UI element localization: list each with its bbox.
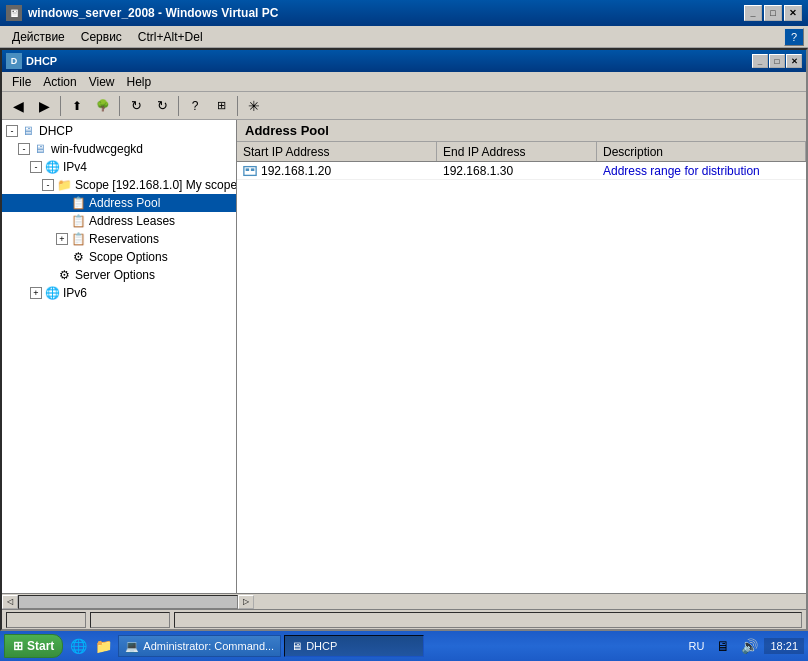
expand-ipv6[interactable]: + (30, 287, 42, 299)
tree-item-dhcp[interactable]: - 🖥 DHCP (2, 122, 236, 140)
show-hide-tree-btn[interactable]: 🌳 (91, 95, 115, 117)
ipv4-tree-icon: 🌐 (44, 159, 60, 175)
tree-item-address-leases[interactable]: 📋 Address Leases (2, 212, 236, 230)
table-row[interactable]: 192.168.1.20 192.168.1.30 Address range … (237, 162, 806, 180)
inner-win-buttons: _ □ ✕ (752, 54, 802, 68)
forward-btn[interactable]: ▶ (32, 95, 56, 117)
list-header: Start IP Address End IP Address Descript… (237, 142, 806, 162)
status-section-3 (174, 612, 802, 628)
expand-dhcp[interactable]: - (6, 125, 18, 137)
inner-minimize-btn[interactable]: _ (752, 54, 768, 68)
scope-tree-icon: 📁 (56, 177, 72, 193)
tree-item-server-options[interactable]: ⚙ Server Options (2, 266, 236, 284)
tree-item-ipv4[interactable]: - 🌐 IPv4 (2, 158, 236, 176)
ipv6-tree-icon: 🌐 (44, 285, 60, 301)
tree-item-address-pool[interactable]: 📋 Address Pool (2, 194, 236, 212)
hscroll-bar: ◁ ▷ (2, 593, 806, 609)
taskbar-ie-icon[interactable]: 🌐 (67, 635, 89, 657)
file-menu[interactable]: File (6, 74, 37, 90)
expand-ipv4[interactable]: - (30, 161, 42, 173)
toolbar-sep-3 (178, 96, 179, 116)
cell-description: Address range for distribution (597, 163, 806, 179)
toolbar-sep-4 (237, 96, 238, 116)
back-btn[interactable]: ◀ (6, 95, 30, 117)
outer-maximize-btn[interactable]: □ (764, 5, 782, 21)
dhcp-icon: D (6, 53, 22, 69)
inner-window: D DHCP _ □ ✕ File Action View Help ◀ ▶ ⬆… (0, 48, 808, 631)
reservations-tree-label: Reservations (89, 232, 159, 246)
row-icon (243, 164, 257, 178)
outer-window-icon: 🖥 (6, 5, 22, 21)
dhcp-tree-icon: 🖥 (20, 123, 36, 139)
pool-tree-label: Address Pool (89, 196, 160, 210)
tree-panel: - 🖥 DHCP - 🖥 win-fvudwcgegkd - 🌐 IPv4 (2, 120, 237, 593)
tree-item-server[interactable]: - 🖥 win-fvudwcgegkd (2, 140, 236, 158)
dhcp-task-label: DHCP (306, 640, 337, 652)
dhcp-task-icon: 🖥 (291, 640, 302, 652)
outer-win-buttons: _ □ ✕ (744, 5, 802, 21)
ipv4-tree-label: IPv4 (63, 160, 87, 174)
cell-end-ip: 192.168.1.30 (437, 163, 597, 179)
statusbar (2, 609, 806, 629)
expand-scope[interactable]: - (42, 179, 54, 191)
taskbar-folder-icon[interactable]: 📁 (92, 635, 114, 657)
scope-options-tree-icon: ⚙ (70, 249, 86, 265)
inner-window-title: DHCP (26, 55, 752, 67)
toolbar: ◀ ▶ ⬆ 🌳 ↻ ↻ ? ⊞ ✳ (2, 92, 806, 120)
svg-rect-2 (251, 168, 255, 171)
hscroll-right-btn[interactable]: ▷ (238, 595, 254, 609)
outer-service-menu[interactable]: Сервис (73, 28, 130, 46)
taskbar-task-dhcp[interactable]: 🖥 DHCP (284, 635, 424, 657)
inner-maximize-btn[interactable]: □ (769, 54, 785, 68)
tray-volume-icon[interactable]: 🔊 (738, 635, 760, 657)
leases-tree-label: Address Leases (89, 214, 175, 228)
toolbar-sep-1 (60, 96, 61, 116)
start-icon: ⊞ (13, 639, 23, 653)
content-panel: Address Pool Start IP Address End IP Add… (237, 120, 806, 593)
outer-titlebar: 🖥 windows_server_2008 - Windows Virtual … (0, 0, 808, 26)
start-button[interactable]: ⊞ Start (4, 634, 63, 658)
scope-options-tree-label: Scope Options (89, 250, 168, 264)
cmd-task-icon: 💻 (125, 640, 139, 653)
list-view: Start IP Address End IP Address Descript… (237, 142, 806, 593)
export-list-btn[interactable]: ↻ (150, 95, 174, 117)
outer-help-btn[interactable]: ? (784, 28, 804, 46)
action-menu[interactable]: Action (37, 74, 82, 90)
view-menu[interactable]: View (83, 74, 121, 90)
taskbar-task-cmd[interactable]: 💻 Administrator: Command... (118, 635, 281, 657)
tray-network-icon[interactable]: 🖥 (712, 635, 734, 657)
tree-item-scope[interactable]: - 📁 Scope [192.168.1.0] My scope (2, 176, 236, 194)
tree-item-scope-options[interactable]: ⚙ Scope Options (2, 248, 236, 266)
tree-item-ipv6[interactable]: + 🌐 IPv6 (2, 284, 236, 302)
col-header-start-ip[interactable]: Start IP Address (237, 142, 437, 161)
hscroll-track[interactable] (18, 595, 238, 609)
help-menu[interactable]: Help (121, 74, 158, 90)
inner-titlebar: D DHCP _ □ ✕ (2, 50, 806, 72)
main-content: - 🖥 DHCP - 🖥 win-fvudwcgegkd - 🌐 IPv4 (2, 120, 806, 593)
pool-tree-icon: 📋 (70, 195, 86, 211)
expand-server[interactable]: - (18, 143, 30, 155)
tray-lang: RU (685, 640, 709, 652)
toolbar-sep-2 (119, 96, 120, 116)
tree-item-reservations[interactable]: + 📋 Reservations (2, 230, 236, 248)
outer-action-menu[interactable]: Действие (4, 28, 73, 46)
up-btn[interactable]: ⬆ (65, 95, 89, 117)
expand-reservations[interactable]: + (56, 233, 68, 245)
new-window-btn[interactable]: ✳ (242, 95, 266, 117)
hscroll-left-btn[interactable]: ◁ (2, 595, 18, 609)
col-header-end-ip[interactable]: End IP Address (437, 142, 597, 161)
refresh-btn[interactable]: ↻ (124, 95, 148, 117)
ctrl-alt-del-btn[interactable]: Ctrl+Alt+Del (130, 28, 211, 46)
outer-close-btn[interactable]: ✕ (784, 5, 802, 21)
ipv6-tree-label: IPv6 (63, 286, 87, 300)
view-options-btn[interactable]: ⊞ (209, 95, 233, 117)
status-section-1 (6, 612, 86, 628)
taskbar: ⊞ Start 🌐 📁 💻 Administrator: Command... … (0, 631, 808, 661)
cell-start-ip: 192.168.1.20 (237, 163, 437, 179)
col-header-description[interactable]: Description (597, 142, 806, 161)
inner-close-btn[interactable]: ✕ (786, 54, 802, 68)
outer-minimize-btn[interactable]: _ (744, 5, 762, 21)
server-options-tree-icon: ⚙ (56, 267, 72, 283)
taskbar-quick-launch: 🌐 📁 (67, 635, 114, 657)
help-toolbar-btn[interactable]: ? (183, 95, 207, 117)
